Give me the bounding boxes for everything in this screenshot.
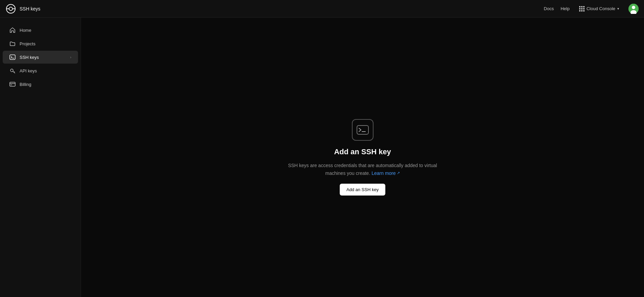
billing-icon — [9, 81, 16, 87]
folder-icon — [9, 41, 16, 47]
top-nav-right: Docs Help Cloud Console ▾ — [544, 4, 639, 14]
sidebar-home-label: Home — [20, 28, 71, 33]
terminal-large-icon — [352, 119, 373, 141]
sidebar-ssh-keys-label: SSH keys — [20, 55, 66, 60]
description-text: SSH keys are access credentials that are… — [288, 163, 437, 176]
sidebar-api-keys-label: API keys — [20, 68, 71, 73]
main-layout: Home Projects SSH keys › — [0, 18, 644, 297]
empty-state-title: Add an SSH key — [334, 147, 391, 156]
learn-more-label: Learn more — [371, 169, 396, 177]
key-icon — [9, 68, 16, 74]
empty-state: Add an SSH key SSH keys are access crede… — [278, 119, 447, 196]
empty-state-description: SSH keys are access credentials that are… — [278, 162, 447, 177]
add-ssh-key-button[interactable]: Add an SSH key — [340, 184, 385, 196]
svg-rect-13 — [357, 125, 368, 134]
sidebar-projects-label: Projects — [20, 41, 71, 46]
ssh-keys-chevron-icon: › — [70, 55, 71, 59]
main-content: Add an SSH key SSH keys are access crede… — [81, 18, 644, 297]
help-link[interactable]: Help — [561, 6, 570, 11]
svg-rect-10 — [10, 82, 15, 86]
cloud-console-label: Cloud Console — [587, 6, 615, 11]
docs-link[interactable]: Docs — [544, 6, 554, 11]
sidebar-item-projects[interactable]: Projects — [3, 37, 78, 50]
sidebar-item-api-keys[interactable]: API keys — [3, 64, 78, 77]
svg-point-5 — [632, 6, 635, 9]
sidebar-item-billing[interactable]: Billing — [3, 78, 78, 91]
grid-icon — [579, 6, 585, 12]
learn-more-link[interactable]: Learn more ↗ — [371, 169, 400, 177]
top-nav-left: SSH keys — [5, 3, 40, 14]
sidebar-item-home[interactable]: Home — [3, 24, 78, 37]
sidebar: Home Projects SSH keys › — [0, 18, 81, 297]
svg-rect-7 — [10, 55, 15, 60]
cloud-console-button[interactable]: Cloud Console ▾ — [576, 5, 622, 13]
app-logo — [5, 3, 16, 14]
sidebar-billing-label: Billing — [20, 82, 71, 87]
home-icon — [9, 27, 16, 33]
chevron-down-icon: ▾ — [617, 7, 619, 10]
top-navigation: SSH keys Docs Help Cloud Console ▾ — [0, 0, 644, 18]
external-link-icon: ↗ — [397, 170, 400, 176]
sidebar-item-ssh-keys[interactable]: SSH keys › — [3, 51, 78, 64]
svg-point-1 — [9, 7, 12, 10]
terminal-icon — [9, 54, 16, 60]
user-avatar[interactable] — [628, 4, 639, 14]
app-title: SSH keys — [20, 6, 40, 12]
